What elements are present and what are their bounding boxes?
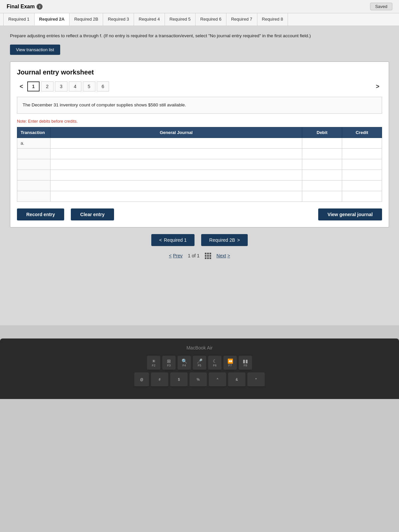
tab-required-8[interactable]: Required 8 [257,13,288,26]
tab-required-1[interactable]: Required 1 [3,13,35,26]
prev-tab-arrow[interactable]: < [17,82,26,91]
journal-input-1[interactable] [51,138,302,148]
key-f2[interactable]: ☀ F2 [147,356,160,370]
journal-cell-1[interactable] [51,138,302,148]
page-title: Final Exam i [7,4,43,10]
credit-cell-1[interactable] [342,138,382,148]
key-f7[interactable]: ⏪ F7 [223,356,237,370]
credit-cell-6[interactable] [342,191,382,201]
key-at[interactable]: @ [134,372,149,387]
key-f4[interactable]: 🔍 F4 [178,356,191,370]
debit-cell-3[interactable] [302,159,342,170]
credit-input-2[interactable] [342,149,382,159]
ampersand-top: & [236,378,238,381]
tab-required-2a[interactable]: Required 2A [34,13,70,26]
char-key-row: @ # $ % ^ & * [10,372,389,387]
prev-section-button[interactable]: < Required 1 [151,234,195,246]
title-text: Final Exam [7,4,35,10]
journal-input-4[interactable] [51,170,302,180]
number-tab-1[interactable]: 1 [27,81,40,91]
prev-page-link[interactable]: < Prev [169,253,183,258]
number-tab-3[interactable]: 3 [55,81,67,91]
number-tab-4[interactable]: 4 [69,81,81,91]
transaction-cell-3 [17,159,51,170]
col-header-debit: Debit [302,127,342,138]
saved-badge: Saved [370,3,392,10]
debit-input-3[interactable] [302,159,342,170]
tab-required-4[interactable]: Required 4 [134,13,165,26]
key-asterisk[interactable]: * [247,372,265,387]
key-f8[interactable]: ▮▮ F8 [239,356,252,370]
journal-input-3[interactable] [51,159,302,170]
tab-required-7[interactable]: Required 7 [226,13,257,26]
at-top: @ [140,378,143,381]
macbook-label: MacBook Air [10,345,389,350]
credit-input-4[interactable] [342,170,382,180]
key-f6[interactable]: ☾ F6 [208,356,221,370]
transaction-cell-6 [17,191,51,201]
journal-cell-5[interactable] [51,180,302,191]
credit-cell-3[interactable] [342,159,382,170]
tab-required-6[interactable]: Required 6 [195,13,226,26]
tab-required-5[interactable]: Required 5 [165,13,196,26]
journal-cell-6[interactable] [51,191,302,201]
view-transaction-button[interactable]: View transaction list [10,45,60,55]
table-row [17,170,382,180]
journal-table: Transaction General Journal Debit Credit… [17,127,382,202]
debit-input-1[interactable] [302,138,342,148]
number-tab-5[interactable]: 5 [83,81,95,91]
rewind-icon: ⏪ [227,358,233,364]
prev-page-label: Prev [173,253,183,258]
credit-input-3[interactable] [342,159,382,170]
journal-cell-4[interactable] [51,170,302,180]
record-entry-button[interactable]: Record entry [17,208,64,220]
view-general-journal-button[interactable]: View general journal [318,208,382,220]
number-tab-2[interactable]: 2 [41,81,54,91]
key-ampersand[interactable]: & [228,372,245,387]
next-section-button[interactable]: Required 2B > [201,234,248,246]
next-page-link[interactable]: Next > [216,253,230,258]
credit-cell-2[interactable] [342,148,382,159]
debit-cell-5[interactable] [302,180,342,191]
debit-cell-6[interactable] [302,191,342,201]
key-f5[interactable]: 🎤 F5 [193,356,206,370]
journal-cell-2[interactable] [51,148,302,159]
debit-cell-4[interactable] [302,170,342,180]
description-box: The December 31 inventory count of compu… [17,97,382,113]
key-dollar[interactable]: $ [170,372,188,387]
prev-section-label: Required 1 [164,237,187,243]
debit-input-5[interactable] [302,181,342,191]
tab-required-2b[interactable]: Required 2B [69,13,103,26]
tab-required-3[interactable]: Required 3 [103,13,134,26]
journal-cell-3[interactable] [51,159,302,170]
clear-entry-button[interactable]: Clear entry [71,208,114,220]
hash-top: # [159,378,161,381]
debit-cell-2[interactable] [302,148,342,159]
f2-label: F2 [152,364,156,367]
caret-top: ^ [217,378,218,381]
debit-input-4[interactable] [302,170,342,180]
debit-input-2[interactable] [302,149,342,159]
credit-input-5[interactable] [342,181,382,191]
journal-input-5[interactable] [51,181,302,191]
credit-input-6[interactable] [342,191,382,201]
next-tab-arrow[interactable]: > [373,82,382,91]
key-percent[interactable]: % [190,372,207,387]
credit-input-1[interactable] [342,138,382,148]
debit-input-6[interactable] [302,191,342,201]
key-caret[interactable]: ^ [209,372,226,387]
number-tab-6[interactable]: 6 [97,81,109,91]
table-row [17,148,382,159]
search-fn-icon: 🔍 [182,358,187,364]
credit-cell-4[interactable] [342,170,382,180]
key-f3[interactable]: ⊞ F3 [162,356,176,370]
table-row [17,159,382,170]
debit-cell-1[interactable] [302,138,342,148]
credit-cell-5[interactable] [342,180,382,191]
journal-input-2[interactable] [51,149,302,159]
info-icon[interactable]: i [37,4,43,10]
asterisk-top: * [255,378,257,381]
journal-input-6[interactable] [51,191,302,201]
key-hash[interactable]: # [151,372,168,387]
tab-bar: Required 1 Required 2A Required 2B Requi… [0,13,399,26]
